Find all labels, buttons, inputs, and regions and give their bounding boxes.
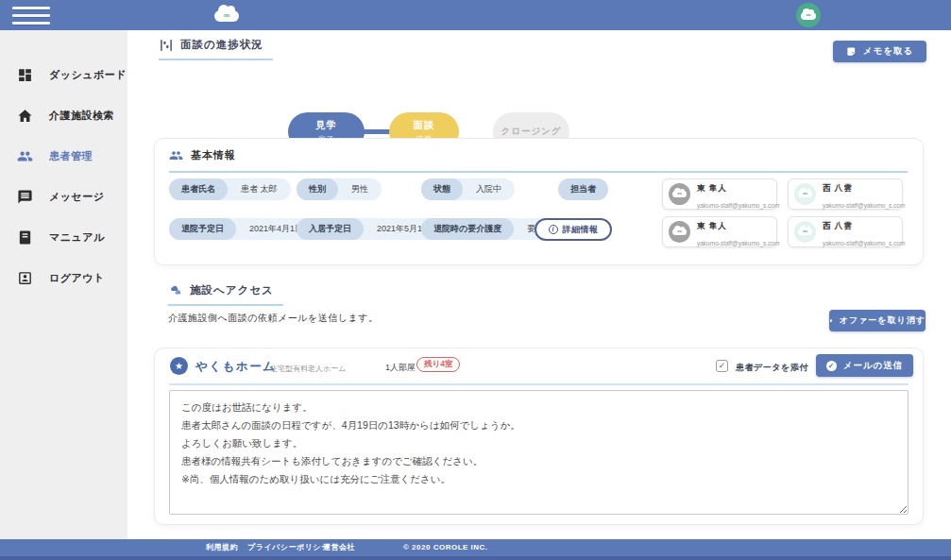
basic-info-card: 基本情報 患者氏名 患者 太郎 性別 男性 状態 入院中 担当者 退院予定日 2… — [154, 138, 924, 265]
cancel-offer-button[interactable]: オファーを取り消す — [829, 310, 926, 331]
logo-infinity-glyph: ∞ — [214, 9, 239, 21]
attach-checkbox[interactable]: ✓ — [716, 360, 728, 372]
hamburger-menu-icon[interactable] — [12, 7, 50, 25]
info-icon: i — [549, 225, 558, 234]
app-root: ∞ ∞ ダッシュボード 介護施設検索 患者管理 メッセージ マニュアル — [0, 0, 951, 560]
people-icon — [169, 148, 183, 162]
field-status: 状態 入院中 — [421, 178, 515, 200]
sidebar-item-facility-search[interactable]: 介護施設検索 — [0, 95, 127, 136]
circle-check-icon: ✓ — [826, 361, 837, 371]
main-content: 面談の進捗状況 メモを取る 見学 - 完了 - 面談 - 待機 - クロージング… — [127, 30, 951, 539]
sidebar-item-label: メッセージ — [49, 190, 105, 204]
send-mail-button[interactable]: ✓ メールの送信 — [816, 354, 913, 377]
footer: 利用規約 プライバシーポリシー 運営会社 © 2020 COROLE INC. — [0, 539, 951, 556]
facility-access-header: 施設へアクセス — [168, 283, 283, 306]
sidebar-item-label: 介護施設検索 — [49, 109, 114, 123]
staff-card[interactable]: ∞ 東 隼人 yakumo-staff@yakumo_s.com — [662, 216, 777, 247]
user-avatar[interactable]: ∞ — [796, 3, 821, 27]
staff-avatar-cloud-icon: ∞ — [794, 183, 816, 205]
facility-search-icon — [17, 108, 33, 124]
divider — [169, 383, 909, 385]
dashboard-icon — [17, 67, 33, 83]
footer-link-company[interactable]: 運営会社 — [323, 539, 355, 556]
message-icon — [17, 189, 33, 205]
footer-link-privacy[interactable]: プライバシーポリシー — [247, 539, 330, 556]
take-memo-button[interactable]: メモを取る — [833, 41, 926, 62]
checkmark-icon: ✓ — [719, 361, 726, 370]
logout-badge-icon — [17, 270, 33, 286]
facility-name-link[interactable]: やくもホーム — [195, 359, 276, 375]
memo-note-icon — [846, 46, 857, 57]
cloud-logo-icon: ∞ — [214, 10, 239, 22]
progress-chart-icon — [160, 39, 173, 52]
field-discharge-date: 退院予定日 2021年4月1日 — [169, 218, 316, 240]
footer-link-terms[interactable]: 利用規約 — [206, 539, 238, 556]
trash-icon — [829, 315, 833, 326]
star-icon: ★ — [170, 357, 188, 375]
clouds-icon — [169, 284, 182, 297]
page-title: 面談の進捗状況 — [180, 38, 263, 52]
field-gender: 性別 男性 — [297, 178, 382, 200]
progress-section-header: 面談の進捗状況 — [159, 38, 273, 60]
avatar-cloud-icon: ∞ — [801, 12, 816, 20]
sidebar-item-label: 患者管理 — [49, 149, 93, 163]
mail-message-textarea[interactable]: この度はお世話になります。 患者太郎さんの面談の日程ですが、4月19日の13時か… — [169, 390, 909, 515]
staff-card[interactable]: ∞ 東 隼人 yakumo-staff@yakumo_s.com — [662, 178, 777, 210]
detail-info-button[interactable]: i 詳細情報 — [535, 218, 612, 241]
facility-category: 住宅型有料老人ホーム — [270, 364, 346, 374]
sidebar-item-logout[interactable]: ログアウト — [0, 258, 127, 298]
field-patient-name: 患者氏名 患者 太郎 — [169, 178, 291, 200]
staff-card[interactable]: ∞ 西 八雲 yakumo-staff@yakumo_s.com — [788, 178, 903, 210]
facility-access-description: 介護施設側へ面談の依頼メールを送信します。 — [168, 312, 378, 325]
sidebar-item-messages[interactable]: メッセージ — [0, 177, 127, 217]
staff-avatar-cloud-icon: ∞ — [794, 221, 816, 243]
sidebar-item-manual[interactable]: マニュアル — [0, 217, 127, 258]
footer-copyright: © 2020 COROLE INC. — [403, 539, 488, 556]
facility-room-type: 1人部屋 — [385, 362, 416, 374]
vacancy-badge: 残り4室 — [416, 357, 460, 372]
sidebar-item-dashboard[interactable]: ダッシュボード — [0, 55, 127, 95]
sidebar-item-patient-management[interactable]: 患者管理 — [0, 136, 127, 177]
sidebar-item-label: ログアウト — [49, 271, 105, 285]
facility-card: ★ やくもホーム 住宅型有料老人ホーム 1人部屋 残り4室 ✓ 患者データを添付… — [154, 348, 924, 525]
sidebar-item-label: ダッシュボード — [49, 68, 127, 82]
staff-card[interactable]: ∞ 西 八雲 yakumo-staff@yakumo_s.com — [788, 216, 903, 247]
field-manager-label: 担当者 — [558, 178, 608, 200]
footer-bottom-strip — [0, 556, 951, 560]
attach-checkbox-label[interactable]: 患者データを添付 — [736, 362, 808, 374]
section-title: 施設へアクセス — [190, 283, 274, 297]
sidebar: ダッシュボード 介護施設検索 患者管理 メッセージ マニュアル ログアウト — [0, 30, 127, 539]
basic-info-header: 基本情報 — [169, 148, 908, 173]
section-title: 基本情報 — [191, 148, 236, 162]
staff-avatar-cloud-icon: ∞ — [669, 221, 690, 243]
manual-book-icon — [17, 229, 33, 246]
patients-icon — [17, 148, 33, 164]
top-bar: ∞ ∞ — [0, 0, 951, 30]
staff-avatar-cloud-icon: ∞ — [669, 183, 690, 205]
sidebar-item-label: マニュアル — [49, 230, 105, 245]
